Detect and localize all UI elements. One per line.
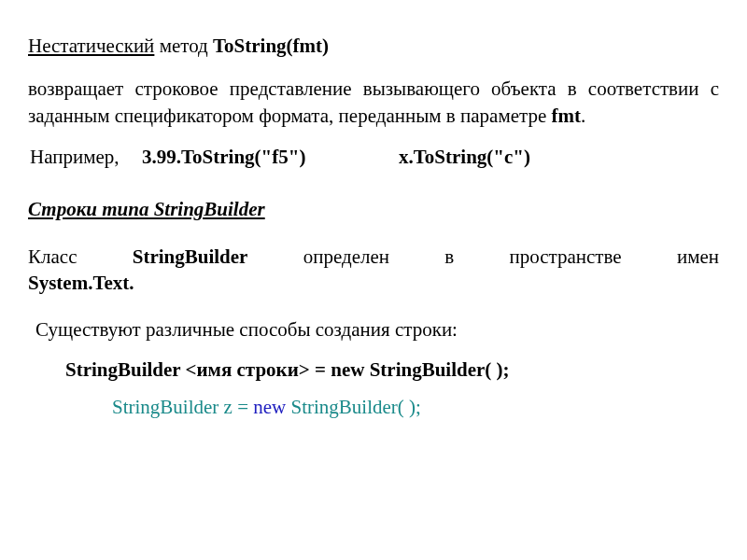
description-paragraph: возвращает строковое представление вызыв… bbox=[28, 76, 719, 129]
desc-dot: . bbox=[581, 105, 585, 127]
section-heading: Строки типа StringBuilder bbox=[28, 196, 719, 222]
desc-text: возвращает строковое представление вызыв… bbox=[28, 77, 719, 126]
class-paragraph: Класс StringBuilder определен в простран… bbox=[28, 244, 719, 270]
syntax-line: StringBuilder <имя строки> = new StringB… bbox=[28, 357, 719, 383]
desc-param: fmt bbox=[552, 105, 581, 127]
p2-w1: Класс bbox=[28, 245, 77, 268]
p2-w4: в bbox=[444, 245, 454, 268]
heading-prefix: Нестатический bbox=[28, 35, 154, 57]
example-label: Например, bbox=[30, 144, 142, 170]
example-a: 3.99.ToString("f5") bbox=[142, 144, 399, 170]
code-p1: StringBuilder z = bbox=[112, 396, 253, 418]
code-example: StringBuilder z = new StringBuilder( ); bbox=[28, 394, 719, 420]
p2-w5: пространстве bbox=[509, 245, 621, 268]
p2-w3: определен bbox=[303, 245, 389, 268]
method-heading: Нестатический метод ToString(fmt) bbox=[28, 33, 719, 59]
class-namespace: System.Text. bbox=[28, 270, 719, 296]
p2-w2: StringBuilder bbox=[133, 245, 248, 268]
example-b: x.ToString("c") bbox=[399, 144, 530, 170]
heading-rest: метод bbox=[154, 35, 213, 57]
ways-paragraph: Существуют различные способы создания ст… bbox=[28, 316, 719, 343]
code-keyword: new bbox=[253, 396, 286, 418]
p2-w6: имен bbox=[677, 245, 719, 268]
code-p2: StringBuilder( ); bbox=[286, 396, 421, 418]
example-row: Например, 3.99.ToString("f5") x.ToString… bbox=[28, 144, 719, 170]
heading-method: ToString(fmt) bbox=[213, 35, 329, 57]
